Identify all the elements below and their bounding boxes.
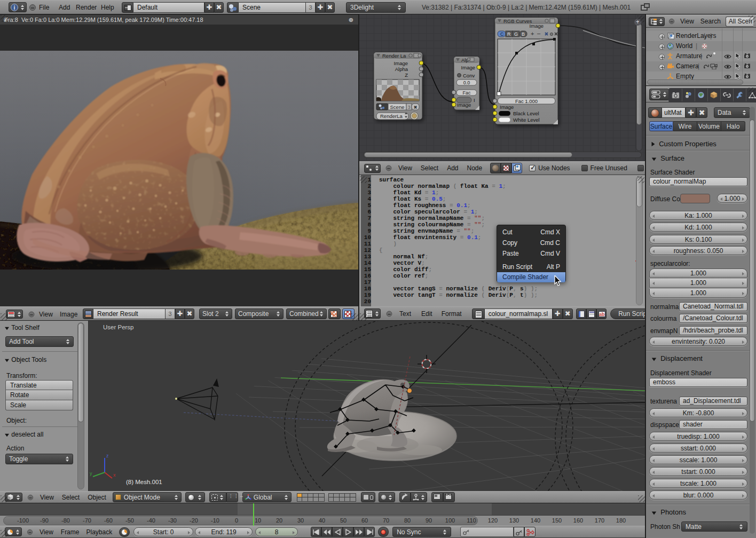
svg-text:Conv: Conv [463, 73, 475, 78]
svg-text:z: z [106, 453, 109, 458]
svg-text:✖: ✖ [413, 105, 417, 110]
svg-text:Z: Z [405, 72, 408, 78]
svg-text:RenderLa: RenderLa [380, 113, 403, 119]
svg-text:y: y [90, 471, 92, 476]
svg-text:Image: Image [530, 23, 544, 29]
svg-text:Black Level: Black Level [513, 110, 539, 116]
svg-text:R: R [507, 31, 511, 37]
svg-text:Image: Image [500, 104, 514, 110]
svg-text:Fac 1.000: Fac 1.000 [515, 98, 538, 104]
svg-text:RGB Curves: RGB Curves [503, 18, 532, 24]
svg-text:(8) Mesh.001: (8) Mesh.001 [126, 479, 162, 485]
svg-text:+: + [531, 30, 534, 37]
svg-text:White Level: White Level [513, 117, 540, 123]
svg-text:x: x [113, 472, 116, 478]
svg-text:G: G [514, 31, 518, 37]
svg-text:Fac: Fac [462, 90, 471, 96]
svg-text:B: B [522, 31, 525, 37]
svg-text:Scene: Scene [390, 104, 405, 110]
svg-text:Image: Image [394, 60, 408, 66]
svg-text:3: 3 [408, 105, 411, 110]
svg-text:User Persp: User Persp [103, 324, 134, 330]
svg-text:Render La: Render La [382, 53, 406, 59]
svg-text:I: I [474, 97, 475, 103]
svg-text:0.0: 0.0 [463, 80, 470, 85]
svg-text:C: C [500, 31, 504, 37]
svg-text:Image: Image [457, 102, 471, 108]
svg-text:Alpha: Alpha [395, 66, 408, 72]
svg-text:Image: Image [461, 65, 475, 70]
svg-text:–: – [537, 30, 541, 36]
